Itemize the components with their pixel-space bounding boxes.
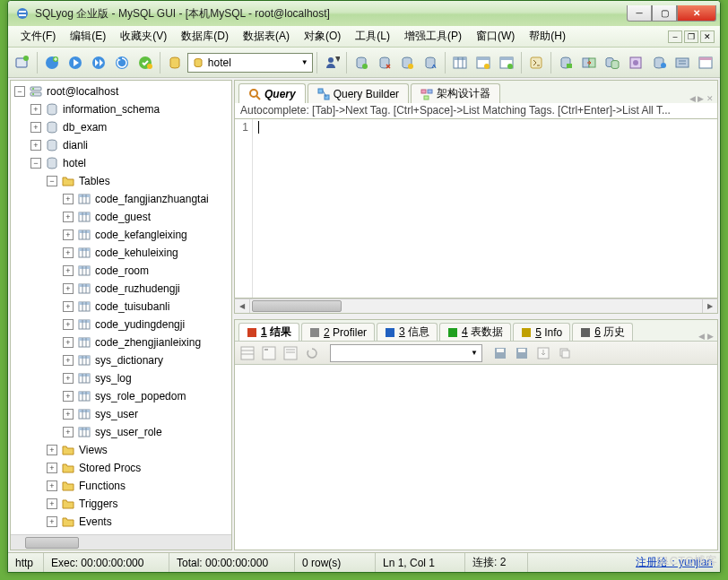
refresh-button[interactable] [111,52,133,74]
status-registration[interactable]: 注册给：yunjian [628,555,720,570]
maximize-button[interactable]: ▢ [652,5,677,22]
tree-table-code_guest[interactable]: +code_guest [11,208,231,226]
expander-icon[interactable]: + [30,122,41,133]
tree-table-code_room[interactable]: +code_room [11,262,231,280]
tab-scroll[interactable]: ◀ ▶ ✕ [689,94,714,103]
database-selector[interactable]: hotel ▼ [187,53,313,73]
mdi-minimize-button[interactable]: – [668,30,682,43]
result-export-icon[interactable] [534,344,552,362]
tree-folder-views[interactable]: +Views [11,441,231,459]
expander-icon[interactable]: + [63,319,74,330]
result-tab-信息[interactable]: 3 信息 [377,323,438,341]
new-query-button[interactable] [41,52,63,74]
tree-folder-events[interactable]: +Events [11,513,231,531]
new-connection-button[interactable] [12,52,33,74]
power-tool8-button[interactable] [695,52,716,74]
expander-icon[interactable]: + [63,301,74,312]
table-tool3-button[interactable] [496,52,517,74]
tree-db-hotel[interactable]: −hotel [11,154,231,172]
editor-hscrollbar[interactable]: ◀▶ [234,299,718,314]
result-refresh-icon[interactable] [303,344,321,362]
expander-icon[interactable]: + [47,480,57,491]
expander-icon[interactable]: + [30,140,41,151]
minimize-button[interactable]: ─ [627,5,652,22]
menu-window[interactable]: 窗口(W) [469,27,522,46]
expander-icon[interactable]: + [63,247,74,258]
expander-icon[interactable]: − [14,86,25,97]
tree-table-sys_user[interactable]: +sys_user [11,405,231,423]
menu-powertools[interactable]: 增强工具(P) [397,27,469,46]
tree-table-code_kefangleixing[interactable]: +code_kefangleixing [11,226,231,244]
tree-hscrollbar[interactable] [11,534,231,550]
expander-icon[interactable]: + [47,516,57,527]
power-tool1-button[interactable] [525,52,547,74]
tree-folder-functions[interactable]: +Functions [11,477,231,495]
tab-query[interactable]: Query [238,83,306,103]
power-tool7-button[interactable] [672,52,693,74]
tab-query-builder[interactable]: Query Builder [308,83,409,103]
tree-folder-tables[interactable]: −Tables [11,172,231,190]
tree-table-sys_user_role[interactable]: +sys_user_role [11,423,231,441]
tool-db1-button[interactable] [351,52,372,74]
query-editor[interactable]: 1 [234,119,718,299]
tree-table-code_ruzhudengji[interactable]: +code_ruzhudengji [11,280,231,298]
menu-favorites[interactable]: 收藏夹(V) [113,27,174,46]
menu-table[interactable]: 数据表(A) [236,27,297,46]
tree-table-sys_role_popedom[interactable]: +sys_role_popedom [11,387,231,405]
result-tab-Profiler[interactable]: 2 Profiler [301,323,375,341]
menu-object[interactable]: 对象(O) [297,27,348,46]
expander-icon[interactable]: + [63,409,74,420]
tree-folder-stored-procs[interactable]: +Stored Procs [11,459,231,477]
expander-icon[interactable]: + [63,355,74,366]
close-button[interactable]: ✕ [677,5,716,22]
power-tool6-button[interactable] [648,52,670,74]
expander-icon[interactable]: + [63,194,74,204]
expander-icon[interactable]: + [63,212,74,222]
tree-table-code_tuisubanli[interactable]: +code_tuisubanli [11,298,231,316]
tree[interactable]: −root@localhost+information_schema+db_ex… [11,81,231,534]
execute-all-button[interactable] [88,52,109,74]
result-limit-select[interactable]: ▼ [330,344,482,362]
power-tool4-button[interactable] [602,52,623,74]
tree-table-sys_log[interactable]: +sys_log [11,369,231,387]
result-save2-icon[interactable] [513,344,531,362]
mdi-close-button[interactable]: ✕ [700,30,715,43]
stop-button[interactable] [134,52,156,74]
menu-database[interactable]: 数据库(D) [174,27,236,46]
table-tool1-button[interactable] [449,52,471,74]
tree-table-code_kehuleixing[interactable]: +code_kehuleixing [11,244,231,262]
user-manager-button[interactable]: ▾ [321,52,342,74]
expander-icon[interactable]: + [63,391,74,402]
tool-db4-button[interactable] [420,52,441,74]
tree-root[interactable]: −root@localhost [11,82,231,100]
result-tab-Info[interactable]: 5 Info [513,323,570,341]
expander-icon[interactable]: − [47,176,57,186]
mdi-restore-button[interactable]: ❐ [684,30,698,43]
expander-icon[interactable]: + [63,427,74,437]
menu-help[interactable]: 帮助(H) [522,27,573,46]
tree-folder-triggers[interactable]: +Triggers [11,495,231,513]
expander-icon[interactable]: + [63,265,74,276]
result-copy-icon[interactable] [556,344,574,362]
result-text-icon[interactable] [282,344,299,362]
tree-table-sys_dictionary[interactable]: +sys_dictionary [11,351,231,369]
result-tab-历史[interactable]: 6 历史 [572,323,633,341]
tree-table-code_fangjianzhuangtai[interactable]: +code_fangjianzhuangtai [11,190,231,208]
expander-icon[interactable]: + [47,463,57,473]
tree-table-code_zhengjianleixing[interactable]: +code_zhengjianleixing [11,333,231,351]
tool-db3-button[interactable] [397,52,419,74]
tree-db-db_exam[interactable]: +db_exam [11,118,231,136]
execute-query-button[interactable] [65,52,86,74]
expander-icon[interactable]: + [47,445,57,455]
tree-db-information_schema[interactable]: +information_schema [11,100,231,118]
tree-db-dianli[interactable]: +dianli [11,136,231,154]
expander-icon[interactable]: + [30,104,41,115]
tab-架构设计器[interactable]: 架构设计器 [411,83,500,103]
menu-tools[interactable]: 工具(L) [348,27,397,46]
expander-icon[interactable]: + [63,283,74,294]
expander-icon[interactable]: + [63,373,74,384]
expander-icon[interactable]: − [30,158,41,169]
result-form-icon[interactable] [260,344,278,362]
result-save-icon[interactable] [491,344,509,362]
power-tool5-button[interactable] [625,52,646,74]
